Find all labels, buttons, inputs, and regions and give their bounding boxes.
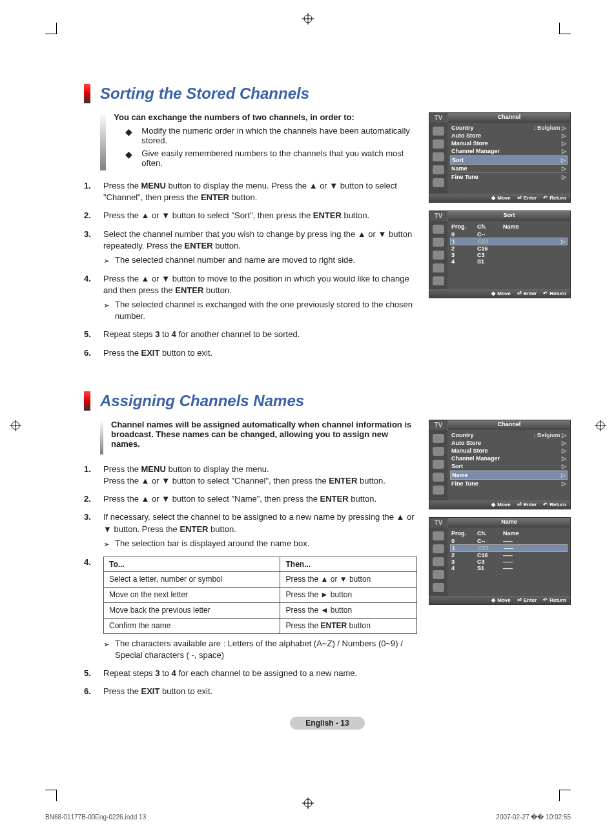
- registration-mark-icon: [302, 797, 314, 811]
- osd-col-header: Prog.: [451, 223, 475, 230]
- bullet-text: Give easily remembered numbers to the ch…: [141, 149, 417, 168]
- osd-title: Sort: [447, 211, 570, 221]
- table-cell: Press the ◄ button: [280, 602, 417, 618]
- note-text: The selected channel is exchanged with t…: [115, 299, 417, 322]
- crop-mark: [45, 790, 57, 801]
- step-text: If necessary, select the channel to be a…: [103, 511, 417, 549]
- intro-text: You can exchange the numbers of two chan…: [114, 112, 417, 122]
- note-arrow-icon: ➢: [103, 300, 110, 322]
- step-number: 1.: [84, 180, 96, 203]
- osd-menu-item-selected: Sort: [452, 157, 464, 163]
- osd-sidebar-icon: [433, 544, 444, 553]
- osd-footer-enter: ⏎Enter: [517, 195, 537, 201]
- osd-menu-item: Auto Store: [451, 440, 481, 446]
- step-text: Press the EXIT button to exit.: [103, 686, 212, 697]
- step-number: 4.: [84, 557, 96, 661]
- osd-footer-enter: ⏎Enter: [517, 291, 537, 296]
- osd-tv-label: TV: [429, 420, 447, 430]
- osd-menu-item: Fine Tune: [451, 174, 478, 180]
- osd-footer-return: ↶Return: [543, 597, 566, 603]
- osd-col-header: Name: [503, 530, 566, 537]
- step-text: Repeat steps 3 to 4 for each channel to …: [103, 668, 357, 679]
- indent-bar: [100, 420, 103, 455]
- osd-screenshot-channel-name: TVChannel Country: Belgium ▷ Auto Store▷…: [429, 420, 571, 509]
- osd-sidebar-icon: [433, 447, 444, 456]
- crop-mark: [559, 790, 571, 801]
- step-text: Press the ▲ or ▼ button to select "Sort"…: [103, 210, 369, 221]
- table-cell: Move back the previous letter: [104, 602, 280, 618]
- osd-footer-return: ↶Return: [543, 195, 566, 201]
- step-number: 2.: [84, 493, 96, 505]
- osd-screenshot-sort-list: TVSort Prog.Ch.Name 0C-- 1C23▷ 2C16 3C3 …: [429, 210, 571, 298]
- osd-col-header: Prog.: [451, 530, 475, 537]
- table-cell: Press the ENTER button: [280, 618, 417, 633]
- note-arrow-icon: ➢: [103, 639, 110, 661]
- step-number: 6.: [84, 686, 96, 697]
- osd-screenshot-name-list: TVName Prog.Ch.Name 0C------- 1C23----- …: [429, 517, 571, 605]
- bullet-text: Modify the numeric order in which the ch…: [141, 126, 417, 145]
- step-number: 4.: [84, 273, 96, 323]
- diamond-icon: ◆: [125, 150, 132, 168]
- diamond-icon: ◆: [125, 127, 132, 145]
- osd-title: Channel: [447, 113, 570, 123]
- osd-screenshot-channel-sort: TVChannel Country: Belgium ▷ Auto Store▷…: [429, 112, 571, 203]
- osd-sidebar-icon: [433, 165, 444, 174]
- osd-sidebar-icon: [433, 178, 444, 187]
- note-arrow-icon: ➢: [103, 256, 110, 267]
- osd-menu-item: Country: [451, 432, 474, 438]
- footer-timestamp: 2007-02-27 �� 10:02:55: [496, 814, 571, 821]
- note-arrow-icon: ➢: [103, 539, 110, 550]
- section-title: Assigning Channels Names: [100, 392, 304, 410]
- osd-menu-item: Manual Store: [451, 447, 488, 454]
- table-cell: Move on the next letter: [104, 588, 280, 603]
- note-text: The selected channel number and name are…: [115, 254, 355, 267]
- osd-footer-move: ◆Move: [491, 597, 510, 603]
- osd-menu-item: Channel Manager: [451, 148, 500, 154]
- table-cell: Press the ▲ or ▼ button: [280, 572, 417, 588]
- osd-footer-enter: ⏎Enter: [517, 502, 537, 507]
- osd-title: Name: [447, 518, 570, 528]
- osd-title: Channel: [447, 420, 570, 430]
- osd-menu-item: Name: [451, 165, 467, 172]
- osd-sidebar-icon: [433, 276, 444, 285]
- section-accent-bar: [84, 84, 90, 103]
- osd-menu-item-selected: Name: [452, 472, 468, 478]
- osd-sidebar-icon: [433, 473, 444, 482]
- step-text: Press the ▲ or ▼ button to select "Name"…: [103, 493, 376, 505]
- footer-filename: BN68-01177B-00Eng-0226.indd 13: [45, 814, 146, 821]
- step-number: 3.: [84, 229, 96, 267]
- table-cell: Press the ► button: [280, 588, 417, 603]
- step-text: Select the channel number that you wish …: [103, 229, 417, 267]
- osd-sidebar-icon: [433, 139, 444, 149]
- note-text: The selection bar is displayed around th…: [115, 538, 309, 550]
- osd-sidebar-icon: [433, 127, 444, 136]
- page-number: English - 13: [290, 717, 364, 730]
- osd-footer-move: ◆Move: [491, 195, 510, 201]
- intro-text: Channel names will be assigned automatic…: [111, 420, 417, 451]
- osd-sidebar-icon: [433, 263, 444, 272]
- osd-sidebar-icon: [433, 531, 444, 540]
- osd-tv-label: TV: [429, 113, 447, 123]
- osd-sidebar-icon: [433, 225, 444, 234]
- osd-sidebar-icon: [433, 557, 444, 566]
- step-text: Press the EXIT button to exit.: [103, 347, 212, 359]
- indent-bar: [100, 112, 106, 170]
- table-header: To...: [104, 557, 280, 572]
- osd-sidebar-icon: [433, 238, 444, 247]
- step-text: Press the MENU button to display the men…: [103, 180, 417, 203]
- section-title: Sorting the Stored Channels: [100, 85, 309, 103]
- step-number: 3.: [84, 511, 96, 549]
- osd-sidebar-icon: [433, 570, 444, 579]
- step-number: 5.: [84, 668, 96, 679]
- osd-footer-move: ◆Move: [491, 502, 510, 507]
- osd-sidebar-icon: [433, 486, 444, 495]
- note-text: The characters available are : Letters o…: [115, 638, 417, 661]
- osd-sidebar-icon: [433, 152, 444, 161]
- section-accent-bar: [84, 391, 90, 411]
- osd-menu-item: Auto Store: [451, 132, 481, 139]
- osd-tv-label: TV: [429, 211, 447, 221]
- osd-sidebar-icon: [433, 434, 444, 443]
- osd-sidebar-icon: [433, 583, 444, 592]
- step-text: Repeat steps 3 to 4 for another channel …: [103, 329, 300, 340]
- table-header: Then...: [280, 557, 417, 572]
